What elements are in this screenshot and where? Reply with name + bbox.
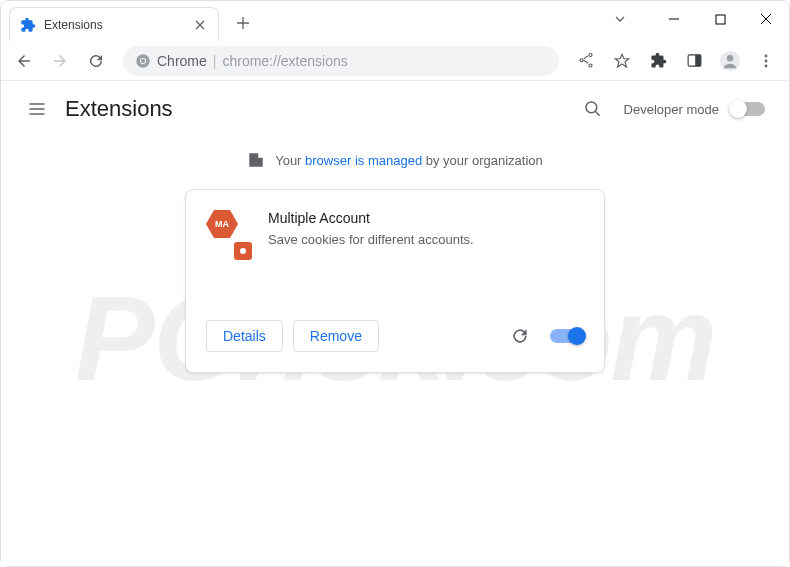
forward-button[interactable] <box>43 44 77 78</box>
maximize-button[interactable] <box>697 1 743 37</box>
details-button[interactable]: Details <box>206 320 283 352</box>
window-titlebar: Extensions <box>1 1 789 41</box>
address-url: chrome://extensions <box>222 53 347 69</box>
developer-mode-section: Developer mode <box>624 102 773 117</box>
page-title: Extensions <box>65 96 173 122</box>
address-label: Chrome <box>157 53 207 69</box>
svg-point-10 <box>765 64 768 67</box>
extension-icon: MA <box>206 210 250 254</box>
extension-card: MA Multiple Account Save cookies for dif… <box>185 189 605 373</box>
extension-enabled-toggle[interactable] <box>550 329 584 343</box>
back-button[interactable] <box>7 44 41 78</box>
reload-button[interactable] <box>79 44 113 78</box>
svg-point-11 <box>586 102 597 113</box>
svg-point-3 <box>141 58 145 62</box>
extension-name: Multiple Account <box>268 210 474 226</box>
profile-avatar[interactable] <box>713 44 747 78</box>
browser-toolbar: Chrome | chrome://extensions <box>1 41 789 81</box>
minimize-button[interactable] <box>651 1 697 37</box>
browser-managed-link[interactable]: browser is managed <box>305 153 422 168</box>
kebab-menu-icon[interactable] <box>749 44 783 78</box>
svg-rect-5 <box>695 55 701 66</box>
puzzle-icon <box>20 17 36 33</box>
developer-mode-label: Developer mode <box>624 102 719 117</box>
caret-down-icon[interactable] <box>597 1 643 37</box>
chrome-icon <box>135 53 151 69</box>
side-panel-icon[interactable] <box>677 44 711 78</box>
svg-point-7 <box>727 55 733 61</box>
reload-extension-icon[interactable] <box>506 322 534 350</box>
share-icon[interactable] <box>569 44 603 78</box>
svg-rect-0 <box>716 15 725 24</box>
developer-mode-toggle[interactable] <box>731 102 765 116</box>
search-icon[interactable] <box>576 92 610 126</box>
page-content: PCrisk.com Extensions Developer mode <box>1 81 789 566</box>
close-tab-button[interactable] <box>192 17 208 33</box>
hamburger-menu-icon[interactable] <box>17 89 57 129</box>
address-separator: | <box>213 53 217 69</box>
building-icon <box>247 151 265 169</box>
tab-title: Extensions <box>44 18 192 32</box>
new-tab-button[interactable] <box>229 9 257 37</box>
address-bar[interactable]: Chrome | chrome://extensions <box>123 46 559 76</box>
bookmark-star-icon[interactable] <box>605 44 639 78</box>
svg-point-8 <box>765 54 768 57</box>
managed-browser-notice: Your browser is managed by your organiza… <box>1 151 789 169</box>
managed-text: Your browser is managed by your organiza… <box>275 153 543 168</box>
extensions-puzzle-icon[interactable] <box>641 44 675 78</box>
extension-description: Save cookies for different accounts. <box>268 232 474 247</box>
extensions-header: Extensions Developer mode <box>1 81 789 137</box>
svg-point-9 <box>765 59 768 62</box>
browser-tab[interactable]: Extensions <box>9 7 219 41</box>
window-controls <box>597 1 789 37</box>
remove-button[interactable]: Remove <box>293 320 379 352</box>
close-window-button[interactable] <box>743 1 789 37</box>
